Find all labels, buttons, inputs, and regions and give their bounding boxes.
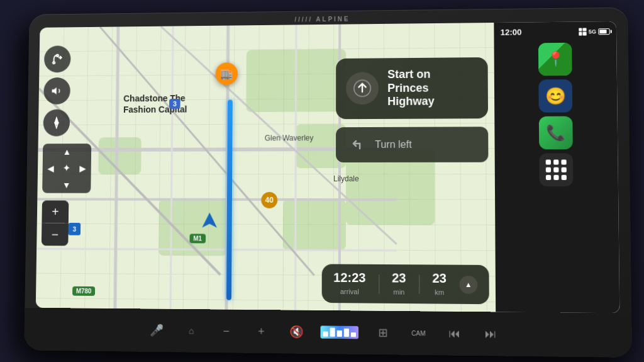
status-icons: 5G bbox=[579, 28, 610, 36]
map-sidebar bbox=[43, 45, 70, 136]
grid-bottom-button[interactable]: ⊞ bbox=[371, 321, 394, 344]
eta-divider-1 bbox=[379, 274, 379, 293]
zoom-controls: + − bbox=[42, 200, 69, 246]
nav-card-main: Start on Princes Highway bbox=[336, 57, 488, 119]
maps-app-icon[interactable]: 📍 bbox=[538, 43, 572, 76]
pan-down-right[interactable] bbox=[74, 176, 91, 193]
phone-app-icon[interactable]: 📞 bbox=[539, 116, 573, 150]
zoom-in-button[interactable]: + bbox=[42, 200, 69, 223]
battery-icon bbox=[598, 28, 610, 35]
city-label-2: Lilydale bbox=[333, 174, 359, 183]
pan-right[interactable]: ▶ bbox=[75, 160, 91, 176]
pan-center[interactable]: ✦ bbox=[58, 160, 75, 176]
pan-control: ▲ ◀ ✦ ▶ ▼ bbox=[42, 144, 91, 193]
minus-button[interactable]: − bbox=[215, 320, 238, 343]
pan-down[interactable]: ▼ bbox=[58, 176, 75, 193]
secondary-instruction-text: Turn left bbox=[375, 139, 412, 150]
mute-button[interactable] bbox=[43, 77, 70, 105]
pan-up-right[interactable] bbox=[75, 144, 91, 160]
road-label-40: 40 bbox=[261, 192, 277, 208]
pan-down-left[interactable] bbox=[42, 176, 58, 193]
signal-grid-icon bbox=[579, 28, 586, 35]
plus-button[interactable]: + bbox=[250, 320, 272, 343]
next-button[interactable]: ⏭ bbox=[479, 322, 502, 346]
road-label-m1: M1 bbox=[189, 234, 206, 243]
compass-icon bbox=[50, 116, 62, 129]
phone-icon: 📞 bbox=[546, 124, 565, 142]
nav-card-secondary: Turn left bbox=[336, 127, 488, 162]
maps-pin-icon: 📍 bbox=[547, 51, 564, 67]
media-indicator bbox=[321, 325, 359, 339]
eta-bar: 12:23 arrival 23 min 23 km ▲ bbox=[322, 264, 489, 304]
media-bar-2 bbox=[330, 328, 335, 337]
battery-fill bbox=[599, 30, 607, 33]
media-bar-4 bbox=[344, 329, 349, 337]
zoom-out-button[interactable]: − bbox=[42, 223, 69, 246]
eta-arrival: 12:23 arrival bbox=[333, 271, 366, 297]
city-label-1: Glen Waverley bbox=[265, 133, 314, 142]
svg-line-2 bbox=[36, 249, 396, 251]
main-instruction-text: Start on Princes Highway bbox=[387, 68, 435, 109]
status-time: 12:00 bbox=[501, 28, 522, 37]
direction-icon-secondary bbox=[346, 135, 366, 155]
bottom-bar: 🎤 ⌂ − + 🔇 ⊞ CAM ⏮ ⏭ bbox=[24, 308, 632, 358]
route-button[interactable] bbox=[44, 45, 71, 72]
route-number-badge: 3 bbox=[69, 223, 81, 235]
carplay-panel: 12:00 5G 📍 bbox=[494, 21, 619, 313]
waze-icon: 😊 bbox=[545, 86, 566, 106]
svg-line-4 bbox=[170, 26, 173, 314]
status-bar: 12:00 5G bbox=[497, 26, 612, 37]
svg-line-6 bbox=[295, 25, 296, 313]
waze-app-icon[interactable]: 😊 bbox=[538, 79, 572, 113]
destination-pin: 🏬 bbox=[216, 62, 238, 85]
pan-left[interactable]: ◀ bbox=[43, 160, 59, 176]
direction-icon-main bbox=[346, 72, 379, 105]
eta-chevron-button[interactable]: ▲ bbox=[459, 275, 477, 293]
road-label-m780: M780 bbox=[72, 286, 95, 296]
pan-up-left[interactable] bbox=[43, 144, 59, 160]
road-label-3: 3 bbox=[169, 99, 180, 109]
pin-icon: 🏬 bbox=[216, 62, 238, 85]
media-bar-3 bbox=[337, 331, 342, 337]
speaker-icon bbox=[51, 85, 63, 98]
signal-label: 5G bbox=[589, 28, 596, 35]
route-icon bbox=[52, 53, 64, 65]
home-button[interactable]: ⌂ bbox=[180, 319, 203, 342]
mute-bottom-button[interactable]: 🔇 bbox=[285, 320, 308, 344]
turn-left-icon bbox=[348, 137, 364, 152]
svg-marker-13 bbox=[52, 88, 57, 94]
media-bar-1 bbox=[323, 331, 328, 337]
media-bar-5 bbox=[351, 332, 356, 337]
pan-up[interactable]: ▲ bbox=[59, 144, 75, 160]
grid-app-icon[interactable] bbox=[539, 153, 573, 186]
screen: 🏬 Chadstone The Fashion Capital Glen Wav… bbox=[36, 21, 620, 313]
straight-arrow-icon bbox=[353, 79, 372, 98]
mic-button[interactable]: 🎤 bbox=[145, 319, 168, 342]
svg-point-16 bbox=[55, 122, 57, 123]
svg-point-11 bbox=[53, 62, 55, 64]
eta-distance: 23 km bbox=[432, 271, 447, 298]
brand-label: ///// ALPINE bbox=[294, 16, 350, 23]
prev-button[interactable]: ⏮ bbox=[443, 322, 466, 345]
cam-button[interactable]: CAM bbox=[407, 322, 430, 345]
eta-divider-2 bbox=[419, 274, 419, 293]
compass-button[interactable] bbox=[43, 109, 70, 136]
eta-minutes: 23 min bbox=[392, 271, 406, 297]
svg-line-1 bbox=[37, 199, 396, 200]
device-frame: ///// ALPINE bbox=[24, 8, 632, 358]
